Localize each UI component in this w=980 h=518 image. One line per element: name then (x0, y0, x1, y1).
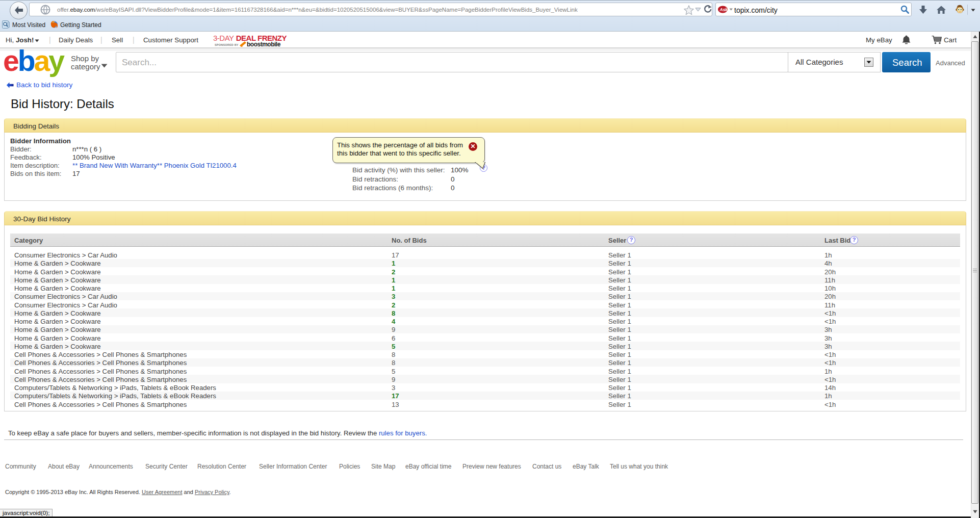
svg-text:Ask: Ask (719, 7, 729, 12)
